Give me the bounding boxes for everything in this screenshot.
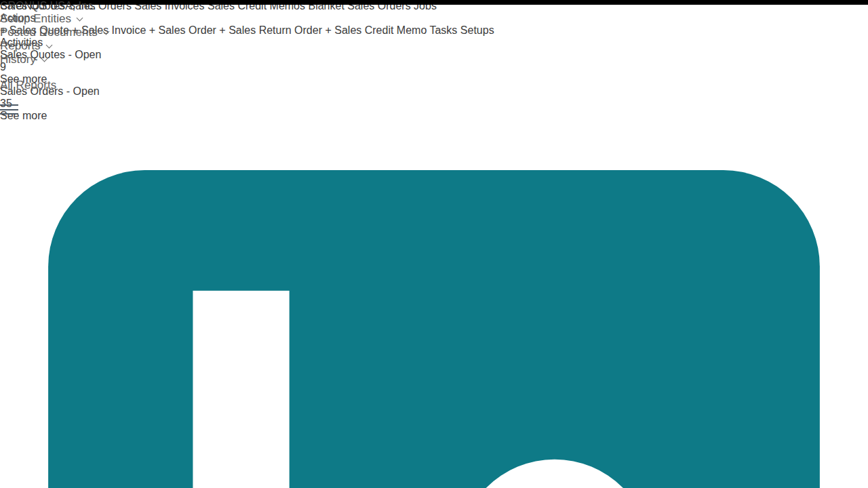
menu-reports[interactable]: Reports	[0, 39, 114, 53]
menu-item-commission-journal[interactable]: Commission Journal	[0, 122, 868, 488]
action-label: Sales Order	[159, 24, 216, 36]
action-label: Setups	[460, 24, 494, 36]
action-new-sales-order[interactable]: + Sales Order	[149, 24, 220, 36]
chevron-down-icon	[76, 15, 83, 22]
menu-history[interactable]: History	[0, 53, 114, 66]
menu-label: Setup Entities	[0, 12, 71, 26]
journal-icon	[0, 122, 868, 488]
action-label: Sales Return Order	[229, 24, 322, 36]
hamburger-menu-icon[interactable]	[0, 104, 18, 115]
action-label: Tasks	[429, 24, 457, 36]
action-menu-setups[interactable]: Setups	[460, 24, 494, 36]
plus-icon: +	[219, 24, 225, 36]
menu-posted-documents[interactable]: Posted Documents	[0, 26, 114, 39]
tasks-dropdown-menu: Commission Journal Test Specific Commiss…	[0, 122, 868, 488]
menu-all-reports[interactable]: All Reports	[0, 79, 114, 92]
action-new-sales-return-order[interactable]: + Sales Return Order	[219, 24, 325, 36]
menu-label: History	[0, 53, 36, 66]
menu-label: All Reports	[0, 79, 56, 92]
action-menu-tasks[interactable]: Tasks	[429, 24, 460, 36]
chevron-down-icon	[41, 56, 47, 62]
action-label: Sales Credit Memo	[334, 24, 427, 36]
plus-icon: +	[149, 24, 155, 36]
company-name[interactable]: CRONUS USA, Inc.	[0, 0, 96, 12]
menu-label: Posted Documents	[0, 26, 98, 39]
top-navigation: CRONUS USA, Inc. Setup Entities Posted D…	[0, 0, 136, 115]
chevron-down-icon	[45, 42, 52, 49]
plus-icon: +	[325, 24, 331, 36]
chevron-down-icon	[102, 28, 109, 35]
menu-label: Reports	[0, 39, 41, 53]
menu-setup-entities[interactable]: Setup Entities	[0, 12, 114, 26]
action-new-sales-credit-memo[interactable]: + Sales Credit Memo	[325, 24, 429, 36]
